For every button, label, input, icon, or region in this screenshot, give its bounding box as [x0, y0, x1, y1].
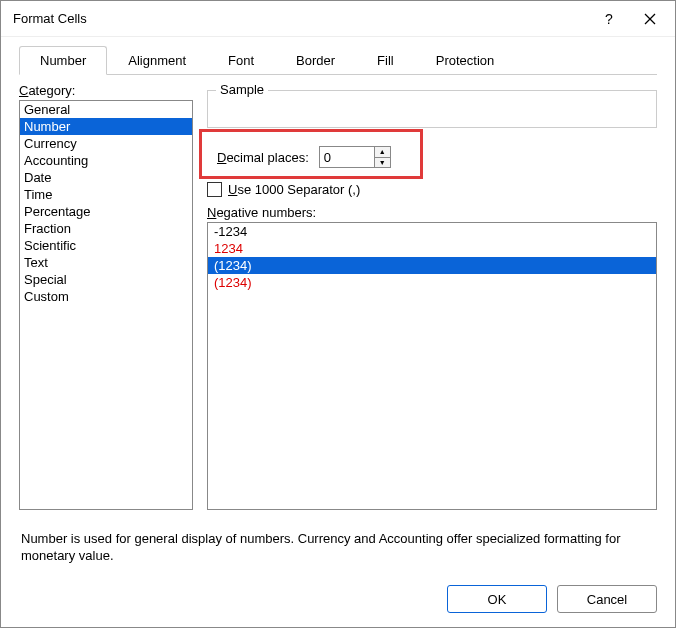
spinner-up[interactable]: ▲: [375, 147, 390, 158]
category-item-percentage[interactable]: Percentage: [20, 203, 192, 220]
dialog-footer: OK Cancel: [1, 571, 675, 627]
decimal-places-input[interactable]: [320, 147, 374, 167]
titlebar-controls: ?: [587, 4, 671, 34]
decimal-places-spinner[interactable]: ▲ ▼: [319, 146, 391, 168]
category-item-time[interactable]: Time: [20, 186, 192, 203]
window-title: Format Cells: [13, 11, 87, 26]
category-item-text[interactable]: Text: [20, 254, 192, 271]
decimal-places-row: Decimal places: ▲ ▼: [207, 136, 657, 178]
help-icon: ?: [601, 12, 615, 26]
ok-button[interactable]: OK: [447, 585, 547, 613]
upper-panel: Category: General Number Currency Accoun…: [19, 83, 657, 510]
svg-text:?: ?: [605, 12, 613, 26]
tab-number[interactable]: Number: [19, 46, 107, 75]
tab-protection[interactable]: Protection: [415, 46, 516, 75]
category-item-custom[interactable]: Custom: [20, 288, 192, 305]
category-description: Number is used for general display of nu…: [19, 524, 657, 571]
category-label: Category:: [19, 83, 193, 98]
negative-item-red[interactable]: 1234: [208, 240, 656, 257]
tab-strip: Number Alignment Font Border Fill Protec…: [1, 37, 675, 74]
category-item-special[interactable]: Special: [20, 271, 192, 288]
negative-item-paren-red[interactable]: (1234): [208, 274, 656, 291]
tab-alignment[interactable]: Alignment: [107, 46, 207, 75]
settings-pane: Sample Decimal places: ▲ ▼ Use: [207, 83, 657, 510]
category-item-date[interactable]: Date: [20, 169, 192, 186]
category-item-accounting[interactable]: Accounting: [20, 152, 192, 169]
negative-item-paren[interactable]: (1234): [208, 257, 656, 274]
format-cells-dialog: Format Cells ? Number Alignment Font Bor…: [0, 0, 676, 628]
sample-group: Sample: [207, 90, 657, 128]
spinner-down[interactable]: ▼: [375, 158, 390, 168]
cancel-button[interactable]: Cancel: [557, 585, 657, 613]
category-item-general[interactable]: General: [20, 101, 192, 118]
sample-label: Sample: [216, 82, 268, 97]
category-item-number[interactable]: Number: [20, 118, 192, 135]
decimal-places-label: Decimal places:: [217, 150, 309, 165]
category-item-currency[interactable]: Currency: [20, 135, 192, 152]
tab-border[interactable]: Border: [275, 46, 356, 75]
negative-numbers-list[interactable]: -1234 1234 (1234) (1234): [207, 222, 657, 510]
close-button[interactable]: [629, 4, 671, 34]
category-pane: Category: General Number Currency Accoun…: [19, 83, 193, 510]
tab-content: Category: General Number Currency Accoun…: [1, 75, 675, 571]
close-icon: [644, 13, 656, 25]
spinner-arrows: ▲ ▼: [374, 147, 390, 167]
category-item-fraction[interactable]: Fraction: [20, 220, 192, 237]
negative-numbers-label: Negative numbers:: [207, 205, 657, 220]
category-list[interactable]: General Number Currency Accounting Date …: [19, 100, 193, 510]
tab-font[interactable]: Font: [207, 46, 275, 75]
thousand-separator-row: Use 1000 Separator (,): [207, 178, 657, 205]
titlebar: Format Cells ?: [1, 1, 675, 37]
category-item-scientific[interactable]: Scientific: [20, 237, 192, 254]
negative-item-minus[interactable]: -1234: [208, 223, 656, 240]
help-button[interactable]: ?: [587, 4, 629, 34]
tab-fill[interactable]: Fill: [356, 46, 415, 75]
thousand-separator-checkbox[interactable]: [207, 182, 222, 197]
thousand-separator-label: Use 1000 Separator (,): [228, 182, 360, 197]
